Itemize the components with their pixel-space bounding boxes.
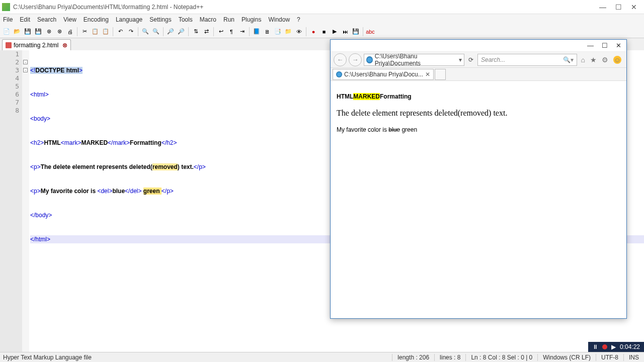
ie-icon bbox=[336, 71, 342, 77]
menu-edit[interactable]: Edit bbox=[20, 16, 30, 23]
browser-tabrow: C:\Users\Bhanu Priya\Docu... ✕ bbox=[331, 68, 626, 81]
print-icon[interactable]: 🖨 bbox=[65, 27, 74, 36]
stop-icon[interactable]: ■ bbox=[319, 27, 329, 36]
menu-settings[interactable]: Settings bbox=[149, 16, 171, 23]
screen-recorder-tray: ⏸ ▶ 0:04:22 bbox=[588, 342, 644, 352]
fold-column: - - bbox=[22, 50, 29, 352]
record-icon[interactable] bbox=[602, 344, 607, 349]
zoom-out-icon[interactable]: 🔎 bbox=[177, 27, 186, 36]
copy-icon[interactable]: 📋 bbox=[91, 27, 100, 36]
allchars-icon[interactable]: ¶ bbox=[227, 27, 236, 36]
page-paragraph: The delete element represents deleted(re… bbox=[337, 109, 620, 118]
page-paragraph: My favorite color is blue green bbox=[337, 125, 620, 134]
play-icon[interactable]: ▶ bbox=[611, 343, 616, 350]
recording-time: 0:04:22 bbox=[620, 343, 640, 350]
save-icon[interactable]: 💾 bbox=[23, 27, 32, 36]
menu-encoding[interactable]: Encoding bbox=[84, 16, 109, 23]
record-icon[interactable]: ● bbox=[309, 27, 318, 36]
menu-tools[interactable]: Tools bbox=[179, 16, 193, 23]
back-button[interactable]: ← bbox=[334, 53, 347, 66]
zoom-in-icon[interactable]: 🔎 bbox=[166, 27, 175, 36]
file-modified-icon bbox=[6, 42, 12, 48]
playmulti-icon[interactable]: ⏭ bbox=[341, 27, 350, 36]
browser-navbar: ← → C:\Users\Bhanu Priya\Documents ▾ ⟳ S… bbox=[331, 52, 626, 68]
menu-macro[interactable]: Macro bbox=[200, 16, 216, 23]
func-list-icon[interactable]: 📑 bbox=[273, 27, 282, 36]
cut-icon[interactable]: ✂ bbox=[80, 27, 89, 36]
browser-tab[interactable]: C:\Users\Bhanu Priya\Docu... ✕ bbox=[333, 69, 434, 80]
search-icon[interactable]: 🔍▾ bbox=[563, 56, 574, 63]
close-file-icon[interactable]: ⊗ bbox=[44, 27, 53, 36]
savemacro-icon[interactable]: 💾 bbox=[351, 27, 360, 36]
refresh-button[interactable]: ⟳ bbox=[466, 56, 475, 63]
browser-tab-close-icon[interactable]: ✕ bbox=[425, 71, 430, 78]
spellcheck-icon[interactable]: abc bbox=[366, 27, 375, 36]
save-all-icon[interactable]: 💾 bbox=[34, 27, 43, 36]
favorites-icon[interactable]: ★ bbox=[590, 56, 597, 64]
browser-tab-label: C:\Users\Bhanu Priya\Docu... bbox=[344, 71, 423, 78]
menubar: File Edit Search View Encoding Language … bbox=[0, 14, 644, 25]
search-placeholder: Search... bbox=[481, 56, 505, 63]
lang-icon[interactable]: 📘 bbox=[252, 27, 261, 36]
status-length: length : 206 bbox=[392, 354, 434, 361]
status-position: Ln : 8 Col : 8 Sel : 0 | 0 bbox=[465, 354, 537, 361]
menu-search[interactable]: Search bbox=[37, 16, 56, 23]
doc-map-icon[interactable]: 🗎 bbox=[263, 27, 272, 36]
browser-window: — ☐ ✕ ← → C:\Users\Bhanu Priya\Documents… bbox=[330, 39, 627, 319]
browser-close-button[interactable]: ✕ bbox=[616, 42, 621, 49]
new-tab-button[interactable] bbox=[435, 69, 446, 80]
menu-window[interactable]: Window bbox=[268, 16, 290, 23]
statusbar: Hyper Text Markup Language file length :… bbox=[0, 352, 644, 362]
home-icon[interactable]: ⌂ bbox=[581, 56, 585, 64]
app-icon bbox=[2, 3, 10, 11]
menu-file[interactable]: File bbox=[3, 16, 13, 23]
close-button[interactable]: ✕ bbox=[631, 3, 637, 11]
tab-formatting2[interactable]: formatting 2.html ⊗ bbox=[2, 39, 71, 50]
address-text: C:\Users\Bhanu Priya\Documents bbox=[375, 53, 457, 67]
menu-plugins[interactable]: Plugins bbox=[242, 16, 261, 23]
indent-icon[interactable]: ⇥ bbox=[237, 27, 247, 36]
sync-v-icon[interactable]: ⇅ bbox=[191, 27, 200, 36]
minimize-button[interactable]: — bbox=[599, 3, 606, 11]
status-encoding: UTF-8 bbox=[596, 354, 623, 361]
status-lines: lines : 8 bbox=[434, 354, 465, 361]
folder-icon[interactable]: 📁 bbox=[284, 27, 293, 36]
menu-run[interactable]: Run bbox=[223, 16, 234, 23]
tab-close-icon[interactable]: ⊗ bbox=[62, 42, 67, 49]
wordwrap-icon[interactable]: ↩ bbox=[216, 27, 225, 36]
browser-minimize-button[interactable]: — bbox=[587, 42, 594, 49]
search-box[interactable]: Search... 🔍▾ bbox=[477, 54, 577, 66]
redo-icon[interactable]: ↷ bbox=[126, 27, 135, 36]
undo-icon[interactable]: ↶ bbox=[116, 27, 125, 36]
address-bar[interactable]: C:\Users\Bhanu Priya\Documents ▾ bbox=[364, 54, 464, 66]
address-dropdown-icon[interactable]: ▾ bbox=[459, 56, 462, 63]
forward-button[interactable]: → bbox=[349, 53, 362, 66]
window-title: C:\Users\Bhanu Priya\Documents\HTML\form… bbox=[13, 4, 599, 11]
browser-titlebar: — ☐ ✕ bbox=[331, 40, 626, 52]
paste-icon[interactable]: 📋 bbox=[101, 27, 110, 36]
find-icon[interactable]: 🔍 bbox=[141, 27, 150, 36]
toolbar: 📄 📂 💾 💾 ⊗ ⊗ 🖨 ✂ 📋 📋 ↶ ↷ 🔍 🔍 🔎 🔎 ⇅ ⇄ ↩ ¶ … bbox=[0, 25, 644, 38]
new-file-icon[interactable]: 📄 bbox=[2, 27, 11, 36]
monitor-icon[interactable]: 👁 bbox=[294, 27, 303, 36]
feedback-icon[interactable]: ☺ bbox=[613, 56, 621, 64]
status-eol: Windows (CR LF) bbox=[537, 354, 596, 361]
browser-toolbar-icons: ⌂ ★ ⚙ ☺ bbox=[579, 56, 623, 64]
sync-h-icon[interactable]: ⇄ bbox=[202, 27, 211, 36]
open-file-icon[interactable]: 📂 bbox=[13, 27, 22, 36]
fold-marker[interactable]: - bbox=[23, 68, 28, 72]
tab-label: formatting 2.html bbox=[14, 42, 58, 49]
maximize-button[interactable]: ☐ bbox=[615, 3, 622, 11]
close-all-icon[interactable]: ⊗ bbox=[55, 27, 64, 36]
tools-icon[interactable]: ⚙ bbox=[602, 56, 608, 64]
browser-maximize-button[interactable]: ☐ bbox=[602, 42, 608, 49]
menu-view[interactable]: View bbox=[63, 16, 76, 23]
play-icon[interactable]: ▶ bbox=[330, 27, 339, 36]
fold-marker[interactable]: - bbox=[23, 60, 28, 64]
pause-icon[interactable]: ⏸ bbox=[592, 343, 598, 350]
status-filetype: Hyper Text Markup Language file bbox=[0, 354, 392, 361]
ie-icon bbox=[366, 56, 373, 63]
replace-icon[interactable]: 🔍 bbox=[151, 27, 160, 36]
menu-help[interactable]: ? bbox=[297, 16, 300, 23]
menu-language[interactable]: Language bbox=[116, 16, 142, 23]
